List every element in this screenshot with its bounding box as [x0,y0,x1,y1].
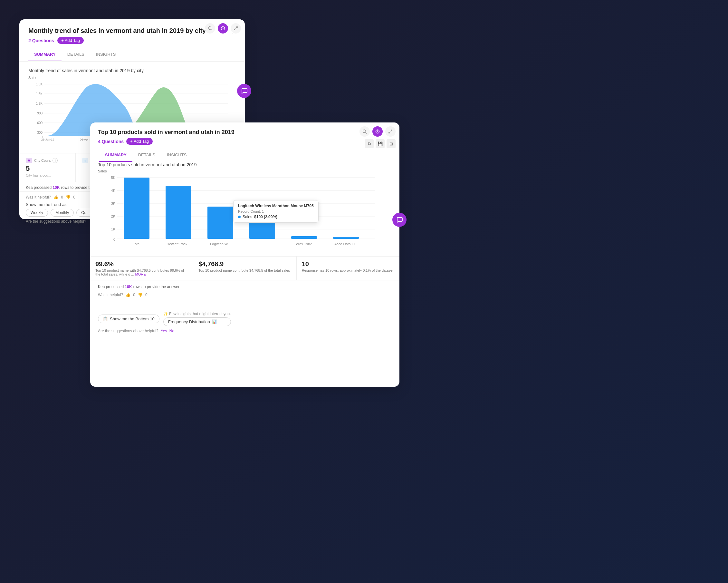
svg-text:300: 300 [37,131,43,134]
city-count-icon: A [26,158,32,163]
card2-chart-area: Top 10 products sold in vermont and utah… [90,162,399,256]
metric2-count-value: 10 [302,260,394,268]
svg-text:1.2K: 1.2K [36,102,43,105]
svg-rect-43 [207,207,233,239]
save-btn[interactable]: 💾 [375,139,385,148]
card2-toolbar: ⧉ 💾 ⊞ [365,139,395,148]
tab-details-1[interactable]: DETAILS [61,48,90,61]
svg-text:1.8K: 1.8K [36,82,43,86]
card1-questions-count: 2 Questions [28,38,54,43]
freq-dist-btn[interactable]: Frequency Distribution 📊 [163,318,231,326]
svg-rect-44 [249,220,275,239]
few-insights-label: ✨ Few insights that might interest you. [163,312,231,316]
svg-rect-46 [333,237,359,239]
tab-details-2[interactable]: DETAILS [132,149,161,162]
no-btn[interactable]: No [170,329,174,333]
kea-text-2: Kea processed [98,284,125,289]
bottom10-icon: 📋 [103,316,108,321]
card2-metrics-row: 99.6% Top 10 product name with $4,768.5 … [90,256,399,280]
svg-rect-41 [124,178,150,239]
card2-bottom-suggestions: 📋 Show me the Bottom 10 ✨ Few insights t… [90,303,399,338]
card2-y-axis-label: Sales [98,169,392,173]
helpful-up-count-1: 0 [61,195,63,200]
card-top10-products: ⧉ 💾 ⊞ Top 10 products sold in vermont an… [90,123,399,387]
more-link[interactable]: MORE [135,272,146,276]
svg-line-25 [366,132,367,134]
trend-monthly-btn[interactable]: Monthly [51,209,74,217]
card1-add-tag-button[interactable]: + Add Tag [57,37,84,44]
bottom10-label: Show me the Bottom 10 [110,316,155,321]
card2-top-icons [360,126,395,137]
svg-text:2K: 2K [111,214,115,218]
svg-text:4K: 4K [111,188,115,193]
svg-text:23-Jan-19: 23-Jan-19 [41,138,54,141]
card1-y-axis-label: Sales [28,76,236,80]
svg-text:erox 1982: erox 1982 [296,242,312,246]
card1-title: Monthly trend of sales in vermont and ut… [28,27,206,34]
card2-chart-title: Top 10 products sold in vermont and utah… [98,162,392,167]
metric2-count-desc: Response has 10 rows, approximately 0.1%… [302,269,394,272]
city-count-info-icon[interactable]: i [52,158,58,163]
thumbs-up-icon-2[interactable]: 👍 [126,293,130,297]
metric-city-count: A City Count i 5 City has a cou... [19,153,76,182]
svg-text:1K: 1K [111,227,115,231]
tab-summary-2[interactable]: SUMMARY [99,149,132,162]
copy-btn[interactable]: ⧉ [365,139,374,148]
svg-line-1 [211,29,212,31]
tab-insights-1[interactable]: INSIGHTS [90,48,122,61]
search-icon[interactable] [205,23,215,33]
card2-was-helpful: Was it helpful? 👍 0 👎 0 [98,293,392,297]
tooltip-dot-icon [238,216,241,218]
change-sales-icon: ↕ [82,158,88,163]
thumbs-down-icon-2[interactable]: 👎 [138,293,143,297]
card2-add-tag-button[interactable]: + Add Tag [126,138,153,145]
card2-was-helpful-row: Was it helpful? 👍 0 👎 0 [90,292,399,303]
kea-link-1[interactable]: 10K [52,185,59,190]
svg-text:0: 0 [113,237,115,242]
tooltip-record-count: Record Count: 1 [238,209,314,213]
tooltip-sales-label: Sales [242,214,252,219]
card2-clock-icon[interactable] [372,126,383,137]
helpful-up-count-2: 0 [133,293,135,297]
card2-search-icon[interactable] [360,126,370,137]
tab-insights-2[interactable]: INSIGHTS [161,149,192,162]
city-count-label: City Count [34,158,51,162]
metric2-pct: 99.6% Top 10 product name with $4,768.5 … [90,256,193,280]
thumbs-down-icon-1[interactable]: 👎 [66,195,71,200]
yes-btn[interactable]: Yes [161,329,167,333]
thumbs-up-icon-1[interactable]: 👍 [53,195,58,200]
svg-rect-45 [291,236,317,239]
card1-chart-title: Monthly trend of sales in vermont and ut… [28,68,236,73]
show-bottom-10-btn[interactable]: 📋 Show me the Bottom 10 [98,314,159,323]
kea-link-2[interactable]: 10K [125,284,132,289]
helpful-label-2: Was it helpful? [98,293,123,297]
card2-questions-count: 4 Questions [98,139,124,144]
card2-expand-icon[interactable] [385,126,395,137]
expand-icon[interactable] [231,23,241,33]
clock-icon[interactable] [218,23,228,33]
kea-text-1: Kea processed [26,185,52,190]
tooltip-sales-value: $100 (2.09%) [254,214,277,219]
card2-are-suggestions: Are the suggestions above helpful? Yes N… [98,329,392,333]
svg-text:5K: 5K [111,176,115,179]
tab-summary-1[interactable]: SUMMARY [28,48,61,61]
helpful-label-1: Was it helpful? [26,195,51,200]
grid-btn[interactable]: ⊞ [387,139,395,148]
card2-chat-bubble-icon[interactable] [392,213,407,227]
svg-text:Acco Data Fl...: Acco Data Fl... [334,242,358,246]
card1-tabs: SUMMARY DETAILS INSIGHTS [19,48,245,61]
bar-chart-tooltip: Logitech Wireless Marathon Mouse M705 Re… [233,200,318,223]
helpful-down-count-2: 0 [145,293,148,297]
helpful-down-count-1: 0 [73,195,75,200]
card2-tabs: SUMMARY DETAILS INSIGHTS [90,149,399,162]
suggestion-chips-row: 📋 Show me the Bottom 10 ✨ Few insights t… [98,312,392,326]
freq-dist-icon: 📊 [212,320,217,324]
chat-bubble-icon[interactable] [237,84,251,98]
svg-text:900: 900 [37,111,43,115]
are-suggestions-label: Are the suggestions above helpful? [98,329,158,333]
city-count-value: 5 [26,164,69,173]
svg-text:1.5K: 1.5K [36,92,43,96]
trend-weekly-btn[interactable]: Weekly [26,209,48,217]
svg-text:Logitech W...: Logitech W... [210,242,231,246]
card1-top-icons [205,23,241,33]
